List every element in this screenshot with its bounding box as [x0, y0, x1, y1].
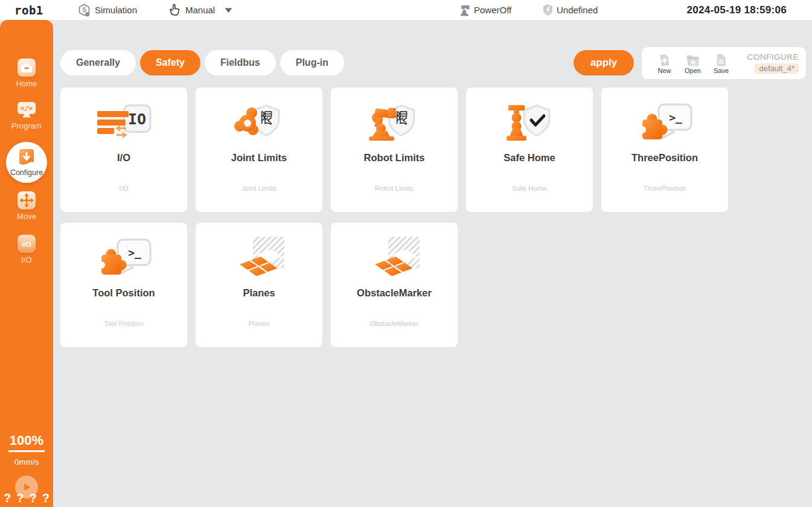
sidebar-item-label: Move [0, 212, 53, 221]
card-tool-position[interactable]: >_Tool PositionTool Position [60, 223, 187, 347]
new-file-icon [650, 53, 679, 68]
card-joint-limits[interactable]: Joint LimitsJoint Limits [196, 88, 322, 212]
tab-safety[interactable]: Safety [140, 50, 200, 75]
main-content: GenerallySafetyFieldbusPlug-in apply New… [0, 20, 812, 507]
card-title: Tool Position [60, 287, 187, 299]
card-grid: IOI/OI/OJoint LimitsJoint LimitsRobot Li… [60, 88, 737, 347]
sidebar-item-home[interactable]: Home [0, 59, 53, 88]
tab-plug-in[interactable]: Plug-in [280, 50, 344, 75]
tab-bar: GenerallySafetyFieldbusPlug-in [60, 50, 344, 75]
sidebar-item-label: Home [0, 79, 53, 88]
robot-shield-icon [331, 100, 458, 145]
home-shield-icon [466, 100, 593, 145]
safety-status[interactable]: Undefined [543, 0, 598, 20]
card-planes[interactable]: PlanesPlanes [196, 223, 322, 347]
power-label: PowerOff [474, 5, 511, 15]
simulation-label: Simulation [95, 5, 137, 15]
card-subtitle: ObstacleMarker [331, 320, 458, 327]
configure-book-icon [16, 148, 37, 168]
home-icon [18, 59, 36, 77]
open-file-icon [679, 53, 707, 68]
configure-file-info: CONFIGURE default_4* [747, 53, 807, 74]
help-marks: ???? [0, 491, 53, 505]
io-icon: I/O [18, 235, 36, 253]
configure-file-actions: NewOpenSave [650, 53, 735, 74]
speed-indicator: 100% 0mm/s [0, 433, 53, 467]
svg-text:>_: >_ [669, 111, 682, 124]
sidebar-item-program[interactable]: </>Program [0, 101, 53, 130]
help-question-icon[interactable]: ? [42, 491, 50, 505]
card-subtitle: Joint Limits [196, 185, 322, 192]
tab-fieldbus[interactable]: Fieldbus [205, 50, 276, 75]
simulation-icon: S [77, 3, 91, 17]
topbar: rob1 S Simulation Manual PowerOff Undefi… [0, 0, 812, 20]
svg-text:IO: IO [128, 110, 146, 128]
configure-panel-title: CONFIGURE [747, 53, 799, 62]
card-i-o[interactable]: IOI/OI/O [60, 88, 187, 212]
card-subtitle: Robot Limits [331, 185, 458, 192]
apply-button[interactable]: apply [574, 50, 634, 75]
mode-selector[interactable]: Manual [168, 0, 233, 20]
save-file-button[interactable]: Save [707, 53, 735, 74]
svg-text:I/O: I/O [22, 241, 31, 248]
card-subtitle: I/O [60, 185, 187, 192]
card-title: Joint Limits [196, 152, 322, 164]
shield-bolt-icon [543, 4, 553, 16]
sidebar-item-label: Program [0, 121, 53, 130]
card-title: ThreePosition [601, 152, 728, 164]
card-subtitle: ThreePosition [601, 185, 728, 192]
simulation-status[interactable]: S Simulation [77, 0, 137, 20]
card-subtitle: Tool Position [60, 320, 187, 327]
hand-icon [168, 3, 182, 17]
sidebar-item-label: Configure [10, 168, 43, 177]
speed-rate: 0mm/s [0, 458, 53, 467]
sidebar: Home</>ProgramConfigureMoveI/OI/O 100% 0… [0, 20, 53, 507]
configure-file-panel: NewOpenSave CONFIGURE default_4* [642, 47, 806, 79]
current-config-file[interactable]: default_4* [755, 63, 799, 74]
sidebar-item-move[interactable]: Move [0, 191, 53, 221]
app-logo: rob1 [14, 0, 43, 20]
card-title: Robot Limits [331, 152, 458, 164]
card-safe-home[interactable]: Safe HomeSafe Home [466, 88, 593, 212]
card-title: Safe Home [466, 152, 593, 164]
card-threeposition[interactable]: >_ThreePositionThreePosition [601, 88, 728, 212]
sidebar-item-io[interactable]: I/OI/O [0, 235, 53, 264]
card-title: Planes [196, 287, 322, 299]
open-file-button[interactable]: Open [679, 53, 707, 74]
move-icon [18, 191, 36, 209]
puzzle-terminal-icon: >_ [60, 235, 187, 281]
planes-grid-icon [196, 235, 322, 281]
planes-grid-icon [331, 235, 458, 281]
help-question-icon[interactable]: ? [4, 491, 11, 505]
new-file-button[interactable]: New [650, 53, 679, 74]
chevron-down-icon [224, 7, 233, 13]
card-title: I/O [60, 152, 187, 164]
file-button-label: Save [707, 67, 735, 74]
program-icon: </> [16, 101, 37, 119]
active-nav-highlight: Configure [6, 142, 47, 183]
card-robot-limits[interactable]: Robot LimitsRobot Limits [331, 88, 458, 212]
sidebar-item-label: I/O [0, 255, 53, 264]
save-file-icon [707, 53, 735, 68]
puzzle-terminal-icon: >_ [601, 100, 728, 145]
mode-label: Manual [185, 5, 215, 15]
card-title: ObstacleMarker [331, 287, 458, 299]
card-subtitle: Safe Home [466, 185, 593, 192]
help-question-icon[interactable]: ? [16, 491, 24, 505]
speed-percent[interactable]: 100% [8, 433, 45, 452]
card-subtitle: Planes [196, 320, 322, 327]
joint-shield-icon [196, 100, 322, 145]
tab-generally[interactable]: Generally [60, 50, 136, 75]
robot-arm-icon [460, 4, 470, 16]
svg-text:>_: >_ [128, 246, 141, 259]
io-bars-icon: IO [60, 100, 187, 145]
file-button-label: New [650, 67, 679, 74]
svg-text:S: S [82, 7, 86, 13]
safety-label: Undefined [557, 5, 598, 15]
file-button-label: Open [679, 67, 707, 74]
card-obstaclemarker[interactable]: ObstacleMarkerObstacleMarker [331, 223, 458, 347]
sidebar-item-configure[interactable]: Configure [0, 142, 53, 183]
datetime-display: 2024-05-19 18:59:06 [687, 0, 787, 20]
power-status[interactable]: PowerOff [460, 0, 511, 20]
help-question-icon[interactable]: ? [30, 491, 37, 505]
